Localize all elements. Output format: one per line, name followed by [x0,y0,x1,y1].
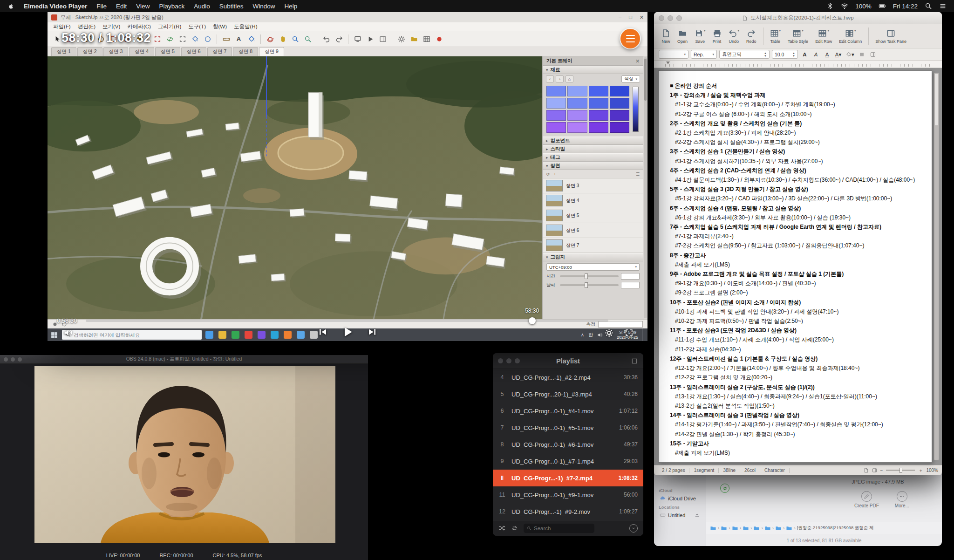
sidebar-item-untitled[interactable]: Untitled [658,511,702,519]
minimize-button[interactable] [506,358,511,363]
zoom-slider[interactable] [886,470,915,471]
playlist-search-input[interactable] [534,526,591,531]
more-actions-button[interactable]: More... [895,491,909,508]
close-button[interactable] [4,357,8,362]
document-page[interactable]: ■ 온라인 강의 순서1주 - 강의소개 / 실습 및 재택수업 과제#1-1강… [659,71,932,462]
underline-button[interactable]: A [823,50,831,59]
hwp-save-button[interactable]: ▾ Save [692,27,709,45]
spread-view-icon[interactable] [872,468,877,473]
folder-icon[interactable] [732,525,738,532]
hwp-show-task-pane-button[interactable]: Show Task Pane [872,27,909,45]
playlist-traffic-lights[interactable] [498,358,520,363]
indent-marker[interactable] [666,61,670,64]
apple-menu-icon[interactable] [7,2,14,10]
zoom-button[interactable] [515,358,520,363]
seek-knob[interactable] [529,317,536,324]
playlist-item[interactable]: 12 UD_CG-Progr...-1)_#9-2.mov 1:09:27 [493,503,643,520]
zoom-out-button[interactable]: − [880,468,883,473]
playlist-item[interactable]: 5 UD_CG-Progr...20-1)_#3.mp4 40:26 [493,386,643,403]
hwp-print-button[interactable]: Print [710,27,724,45]
recorder-menu-button[interactable] [620,29,640,48]
menubar-menu-window[interactable]: Window [252,3,275,10]
hwp-titlebar[interactable]: 도시설계표현응용(2020-1)-강의리스트.hwp [654,12,942,24]
playlist-item[interactable]: 4 UD_CG-Progr...-1)_#2-2.mp4 30:36 [493,369,643,386]
create-pdf-button[interactable]: Create PDF [854,491,879,508]
menubar-menu-edit[interactable]: Edit [116,3,127,10]
settings-gear-button[interactable] [605,328,613,337]
font-family-dropdown[interactable]: 휴먼고딕▲▼ [719,50,770,59]
ruler[interactable] [654,61,942,68]
folder-icon[interactable] [710,525,716,532]
menubar-menu-view[interactable]: View [136,3,150,10]
menubar-menu-subtitles[interactable]: Subtitles [219,3,244,10]
hwp-edit-row-button[interactable]: ▾ Edit Row [812,27,835,45]
vertical-scrollbar[interactable] [934,73,939,460]
minimize-button[interactable] [668,15,673,21]
font-size-stepper[interactable]: 10.0▲▼ [772,50,798,59]
repeat-icon[interactable] [511,525,518,532]
font-color-button[interactable]: A▾ [834,50,843,59]
playlist-panel-icon[interactable] [631,358,638,364]
obs-titlebar[interactable]: OBS 24.0.8 (mac) - 프로파일: Untitled - 장면: … [0,355,368,364]
folder-icon[interactable] [786,525,792,532]
playlist-item[interactable]: 7 UD_CG-Progr...0-1)_#5-1.mov 1:06:06 [493,419,643,436]
seek-bar[interactable]: 58:30 [86,320,608,322]
bold-button[interactable]: A [800,50,809,59]
hwp-open-button[interactable]: Open [675,27,690,45]
folder-icon[interactable] [753,525,760,532]
battery-icon[interactable] [879,2,886,10]
volume-button[interactable] [63,328,73,337]
notification-center-icon[interactable] [939,2,947,10]
sidebar-item-icloud-drive[interactable]: iCloud Drive [658,494,702,502]
zoom-button[interactable] [18,357,22,362]
hwp-traffic-lights[interactable] [659,15,682,21]
menubar-menu-audio[interactable]: Audio [194,3,210,10]
hwp-table-style-button[interactable]: ▾ Table Style [785,27,811,45]
menubar-menu-playback[interactable]: Playback [159,3,184,10]
playlist-titlebar[interactable]: Playlist [493,353,643,369]
menubar-menu-help[interactable]: Help [285,3,298,10]
play-button[interactable] [341,325,354,339]
folder-icon[interactable] [764,525,771,532]
playlist-item[interactable]: ‖ UD_CG-Progr...-1)_#7-2.mp4 1:08:32 [493,470,643,486]
spotlight-icon[interactable] [925,2,932,10]
italic-button[interactable]: A [811,50,820,59]
highlight-color-button[interactable]: ▾ [845,50,855,59]
playlist-item[interactable]: 9 UD_CG-Progr...0-1)_#7-1.mp4 29:03 [493,453,643,470]
hwp-redo-button[interactable]: Redo [743,27,759,45]
playlist-search-box[interactable] [524,524,594,533]
playlist-item[interactable]: 8 UD_CG-Progr...0-1)_#6-1.mov 49:37 [493,436,643,453]
previous-track-button[interactable] [318,327,328,337]
minimize-button[interactable] [11,357,15,362]
hwp-new-button[interactable]: New [659,27,673,45]
menubar-menu-file[interactable]: File [96,3,107,10]
eject-icon[interactable] [694,512,700,518]
zoom-in-button[interactable]: ＋ [918,467,923,474]
fullscreen-button[interactable] [625,328,634,337]
line-spacing-button[interactable] [869,50,878,59]
shuffle-icon[interactable] [498,525,505,532]
folder-icon[interactable] [743,525,749,532]
playlist-more-button[interactable] [629,524,638,533]
next-track-button[interactable] [368,327,377,337]
obs-traffic-lights[interactable] [4,357,22,362]
bluetooth-icon[interactable] [826,2,834,10]
battery-percent[interactable]: 100% [855,3,872,10]
close-button[interactable] [498,358,503,363]
page-view-icon[interactable] [864,468,869,473]
folder-icon[interactable] [775,525,782,532]
align-button[interactable] [858,50,866,59]
playlist-item[interactable]: 6 UD_CG-Progr...0-1)_#4-1.mov 1:07:12 [493,403,643,419]
hwp-undo-button[interactable]: ▾ Undo [726,27,743,45]
elmedia-player-window[interactable]: 무제 - SketchUp 프로 2020 (평가판 2일 남음) – □ ✕ … [48,12,647,341]
playlist-item[interactable]: 11 UD_CG-Progr...0-1)_#9-1.mov 56:00 [493,486,643,503]
app-menu-title[interactable]: Elmedia Video Player [24,3,87,10]
hwp-table-button[interactable]: ▾ Table [767,27,784,45]
wifi-icon[interactable] [841,2,848,10]
close-button[interactable] [659,15,664,21]
hwp-edit-column-button[interactable]: ▾ Edit Column [836,27,865,45]
folder-icon[interactable] [721,525,727,532]
rep-dropdown[interactable]: Rep.▾ [691,50,717,59]
style-dropdown[interactable]: ▾ [659,50,688,59]
zoom-button[interactable] [676,15,682,21]
